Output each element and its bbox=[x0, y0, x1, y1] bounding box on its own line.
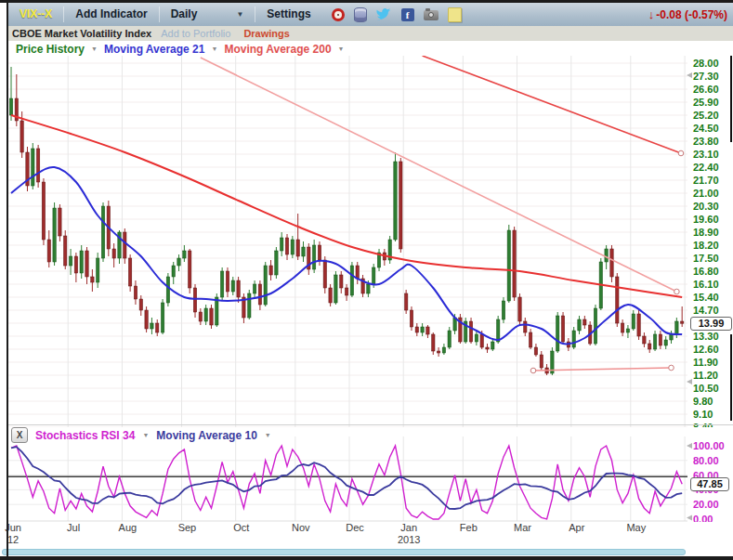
ma21-dropdown[interactable]: Moving Average 21 bbox=[104, 43, 204, 56]
toolbar-icons: f bbox=[332, 7, 462, 22]
svg-text:13.30: 13.30 bbox=[693, 331, 719, 342]
quote-change: ↓ -0.08 (-0.57%) bbox=[648, 7, 727, 21]
x-axis-month-label: Nov bbox=[292, 522, 310, 534]
svg-text:28.00: 28.00 bbox=[693, 58, 719, 69]
drawings-link[interactable]: Drawings bbox=[243, 28, 290, 39]
svg-text:14.70: 14.70 bbox=[693, 305, 719, 316]
last-price-label: 13.99 bbox=[690, 317, 732, 331]
stoch-rsi-line bbox=[11, 446, 682, 519]
facebook-icon[interactable]: f bbox=[401, 8, 414, 21]
chevron-down-icon: ▼ bbox=[236, 7, 243, 22]
svg-text:16.10: 16.10 bbox=[693, 279, 719, 290]
svg-text:100.00: 100.00 bbox=[693, 440, 725, 451]
main-price-chart: 28.0027.3026.6025.9025.2024.5023.8023.10… bbox=[0, 56, 733, 427]
add-indicator-button[interactable]: Add Indicator bbox=[64, 7, 159, 22]
add-to-portfolio-link[interactable]: Add to Portfolio bbox=[161, 28, 230, 39]
chevron-down-icon: ▼ bbox=[338, 46, 345, 52]
window-border-top bbox=[0, 0, 733, 3]
svg-text:18.90: 18.90 bbox=[693, 227, 719, 238]
svg-text:24.50: 24.50 bbox=[693, 123, 719, 134]
svg-text:17.50: 17.50 bbox=[693, 253, 719, 264]
svg-text:26.60: 26.60 bbox=[693, 84, 719, 95]
quote-change-value: -0.08 (-0.57%) bbox=[656, 8, 727, 21]
symbol-label[interactable]: VIX--X bbox=[8, 7, 64, 22]
x-axis-month-label: Feb bbox=[460, 522, 478, 534]
x-axis-month-label: Sep bbox=[178, 522, 197, 534]
svg-text:15.40: 15.40 bbox=[693, 292, 719, 303]
svg-text:25.90: 25.90 bbox=[693, 97, 719, 108]
svg-text:0.00: 0.00 bbox=[693, 514, 713, 522]
horizontal-scrollbar[interactable] bbox=[2, 549, 686, 555]
trendline-drawings[interactable] bbox=[201, 56, 684, 373]
indicator-value-label: 47.85 bbox=[690, 477, 729, 491]
price-history-dropdown[interactable]: Price History bbox=[16, 43, 85, 56]
timeframe-value: Daily bbox=[171, 7, 198, 22]
window-border-right bbox=[730, 56, 732, 142]
sticky-note-icon[interactable] bbox=[448, 7, 462, 22]
axis-marker-icon bbox=[687, 514, 692, 520]
twitter-icon[interactable] bbox=[376, 8, 392, 21]
axis-marker-icon bbox=[687, 443, 692, 449]
info-bar: CBOE Market Volatility Index Add to Port… bbox=[8, 26, 733, 41]
x-axis-month-label: Jan2013 bbox=[398, 522, 420, 546]
instrument-title: CBOE Market Volatility Index bbox=[12, 28, 151, 39]
svg-text:9.80: 9.80 bbox=[693, 396, 713, 407]
svg-text:19.60: 19.60 bbox=[693, 214, 719, 225]
svg-text:11.90: 11.90 bbox=[693, 357, 718, 368]
database-icon[interactable] bbox=[354, 7, 367, 22]
x-axis: 5/24/2013 Jun12JulAugSepOctNovDecJan2013… bbox=[0, 522, 733, 550]
svg-text:21.00: 21.00 bbox=[693, 188, 719, 199]
legend-row: Price History▼ Moving Average 21▼ Moving… bbox=[16, 42, 345, 56]
x-axis-month-label: Dec bbox=[346, 522, 364, 534]
svg-text:27.30: 27.30 bbox=[693, 71, 719, 82]
svg-text:9.10: 9.10 bbox=[693, 409, 713, 420]
svg-text:20.30: 20.30 bbox=[693, 201, 719, 212]
x-axis-month-label: Apr bbox=[569, 522, 584, 534]
alarm-clock-icon[interactable] bbox=[332, 8, 345, 21]
ma200-dropdown[interactable]: Moving Average 200 bbox=[224, 43, 331, 56]
svg-text:11.20: 11.20 bbox=[693, 370, 718, 381]
timeframe-dropdown[interactable]: Daily▼ bbox=[160, 7, 256, 22]
settings-button[interactable]: Settings bbox=[255, 7, 321, 22]
window-border-right bbox=[730, 334, 732, 421]
price-axis-ticks: 28.0027.3026.6025.9025.2024.5023.8023.10… bbox=[693, 58, 719, 427]
camera-icon[interactable] bbox=[424, 10, 438, 20]
svg-text:23.10: 23.10 bbox=[693, 149, 719, 160]
svg-text:23.80: 23.80 bbox=[693, 136, 719, 147]
x-axis-month-label: Aug bbox=[119, 522, 137, 534]
x-axis-month-label: Mar bbox=[514, 522, 531, 534]
chevron-down-icon: ▼ bbox=[91, 46, 98, 52]
axis-marker-icon bbox=[687, 379, 692, 384]
svg-text:25.20: 25.20 bbox=[693, 110, 719, 121]
chevron-down-icon: ▼ bbox=[211, 46, 217, 52]
svg-text:21.70: 21.70 bbox=[693, 175, 719, 186]
down-arrow-icon: ↓ bbox=[648, 7, 655, 21]
charting-app-window: VIX--X Add Indicator Daily▼ Settings f ↓… bbox=[0, 0, 733, 560]
svg-text:18.20: 18.20 bbox=[693, 240, 719, 251]
svg-text:10.50: 10.50 bbox=[693, 383, 719, 394]
svg-text:16.80: 16.80 bbox=[693, 266, 719, 277]
svg-text:22.40: 22.40 bbox=[693, 162, 719, 173]
indicator-panel-chart: 100.0080.0060.0040.0020.000.00 bbox=[0, 436, 733, 522]
axis-marker-icon bbox=[687, 72, 692, 78]
toolbar: VIX--X Add Indicator Daily▼ Settings f ↓… bbox=[8, 3, 733, 26]
window-border-bottom bbox=[0, 556, 733, 560]
svg-text:20.00: 20.00 bbox=[693, 499, 719, 510]
candlestick-series bbox=[9, 67, 684, 375]
svg-text:80.00: 80.00 bbox=[693, 455, 719, 466]
svg-text:12.60: 12.60 bbox=[693, 344, 719, 355]
stoch-ma10-line bbox=[11, 447, 682, 509]
window-border-left bbox=[7, 3, 8, 556]
panel-divider bbox=[8, 424, 733, 425]
x-axis-month-label: May bbox=[626, 522, 646, 534]
x-axis-month-label: Jul bbox=[67, 522, 80, 534]
x-axis-month-label: Oct bbox=[233, 522, 249, 534]
